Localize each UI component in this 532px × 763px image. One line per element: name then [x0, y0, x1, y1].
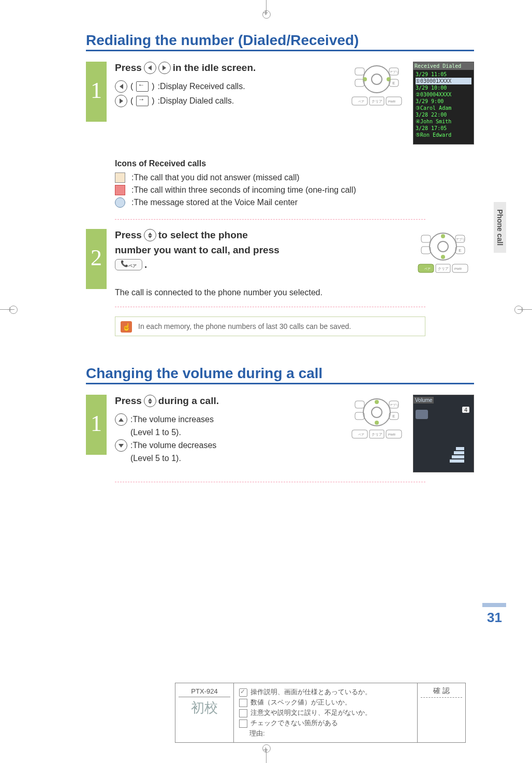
svg-point-18: [441, 234, 445, 238]
section-title-volume: Changing the volume during a call: [86, 365, 474, 384]
model-code: PTX-924: [179, 687, 230, 697]
screenshot-row: 3/29 10:00: [416, 84, 471, 91]
updown-key-icon: [144, 395, 156, 407]
step2-title-c: number you want to call, and press: [115, 244, 279, 256]
svg-text:クリア: クリア: [438, 267, 449, 270]
side-tab: Phone call: [494, 202, 506, 253]
keypad-diagram: クリア アプリ E PWR ペア: [412, 229, 474, 281]
svg-text:アプリ: アプリ: [390, 70, 399, 74]
keypad-diagram: クリア アプリ E PWR ペア: [346, 62, 408, 113]
right-desc: :Display Dialed calls.: [158, 96, 234, 106]
page-number-bar: [482, 603, 506, 607]
right-key-icon: [115, 95, 127, 107]
vol-title-a: Press: [115, 395, 142, 407]
check-item-4: チェックできない箇所がある: [250, 718, 338, 728]
volume-screenshot: Volume 4: [413, 395, 474, 472]
step-number: 1: [86, 395, 107, 455]
svg-point-34: [375, 400, 379, 404]
call-key-icon: 📞ペア: [115, 259, 142, 270]
section-title-redial: Redialing the number (Dialed/Received): [86, 32, 474, 51]
step-number: 2: [86, 229, 107, 289]
step2-title-b: to select the phone: [158, 229, 248, 241]
confirm-label: 確 認: [421, 686, 462, 698]
svg-point-33: [372, 407, 382, 418]
speaker-icon: [416, 410, 428, 419]
svg-text:クリア: クリア: [372, 99, 382, 103]
volume-step-1: 1 Press during a call. :The volume i: [86, 395, 474, 472]
step-number: 1: [86, 62, 107, 122]
step-2: 2 Press to select the phone number you w…: [86, 229, 474, 297]
updown-key-icon: [144, 229, 156, 241]
step2-result: The call is connected to the phone numbe…: [115, 288, 474, 297]
svg-text:アプリ: アプリ: [456, 237, 465, 241]
svg-text:ペア: ペア: [424, 267, 431, 270]
volume-label: Volume: [413, 397, 434, 404]
divider: [115, 482, 425, 482]
step1-title-a: Press: [115, 62, 142, 74]
checkbox-icon[interactable]: [239, 688, 247, 697]
voicemail-icon: [115, 197, 125, 208]
svg-point-19: [441, 255, 445, 259]
svg-text:PWR: PWR: [454, 267, 462, 270]
checkbox-icon[interactable]: [239, 709, 247, 717]
one-ring-icon: [115, 185, 125, 195]
vol-up-range: (Level 1 to 5).: [130, 428, 181, 437]
icon-desc-1: :The call that you did not answer (misse…: [131, 173, 300, 182]
screenshot-row: ②030004XXXX: [416, 91, 471, 98]
hint-text: In each memory, the phone numbers of las…: [138, 322, 351, 330]
svg-rect-20: [421, 235, 431, 242]
screenshot-row: ④John Smith: [416, 118, 471, 125]
hint-box: ☝ In each memory, the phone numbers of l…: [115, 316, 425, 336]
step2-title-line2: number you want to call, and press: [115, 244, 402, 256]
checkbox-icon[interactable]: [239, 699, 247, 707]
left-key-icon: [144, 62, 156, 74]
up-key-icon: [115, 413, 127, 426]
vol-down-desc: :The volume decreases: [130, 441, 216, 450]
svg-point-1: [372, 74, 382, 84]
left-desc: :Display Received calls.: [158, 82, 245, 91]
page-content: Phone call 31 Redialing the number (Dial…: [60, 32, 474, 482]
received-dialed-screenshot: Received Dialed 3/29 11:05 ①030001XXXX 3…: [413, 62, 474, 145]
step1-title: Press in the idle screen.: [115, 62, 335, 74]
svg-text:アプリ: アプリ: [390, 403, 399, 407]
proof-check-box: PTX-924 初校 操作説明、画面が仕様とあっているか。 数値（スペック値）が…: [175, 683, 466, 743]
right-key-icon: [158, 62, 171, 74]
screenshot-row: ③Carol Adam: [416, 105, 471, 111]
svg-point-2: [363, 77, 367, 81]
screenshot-row: 3/28 22:00: [416, 111, 471, 118]
step-1: 1 Press in the idle screen. () :Display …: [86, 62, 474, 210]
volume-level: 4: [462, 407, 469, 413]
icon-desc-2: :The call within three seconds of incomi…: [131, 185, 356, 195]
hint-icon: ☝: [121, 321, 132, 333]
screenshot-row: ⑤Ron Edward: [416, 132, 471, 138]
dialed-icon: [136, 96, 149, 106]
svg-point-0: [363, 66, 390, 93]
volume-bars: [450, 447, 464, 463]
reason-label: 理由:: [249, 729, 265, 738]
svg-text:クリア: クリア: [372, 433, 382, 436]
proof-stage: 初校: [179, 699, 230, 717]
screenshot-header: Received Dialed: [413, 62, 474, 70]
svg-point-35: [375, 421, 379, 425]
checkbox-icon[interactable]: [239, 719, 247, 728]
icons-header: Icons of Received calls: [115, 159, 474, 168]
divider: [115, 307, 425, 307]
svg-text:PWR: PWR: [388, 433, 396, 436]
step2-title-a: Press: [115, 229, 142, 241]
svg-rect-4: [355, 68, 364, 75]
check-item-2: 数値（スペック値）が正しいか。: [250, 698, 351, 707]
vol-title-b: during a call.: [158, 395, 219, 407]
svg-text:E: E: [392, 81, 395, 85]
step2-title: Press to select the phone: [115, 229, 402, 241]
icon-desc-3: :The message stored at the Voice Mail ce…: [131, 198, 298, 207]
left-key-icon: [115, 80, 127, 93]
svg-text:E: E: [392, 414, 395, 419]
screenshot-row: ①030001XXXX: [416, 78, 471, 84]
received-icon: [136, 81, 149, 92]
screenshot-row: 3/29 11:05: [416, 71, 471, 78]
divider: [115, 219, 425, 220]
svg-text:PWR: PWR: [388, 100, 396, 103]
svg-point-17: [438, 241, 448, 252]
svg-text:E: E: [459, 248, 461, 253]
vol-down-range: (Level 5 to 1).: [130, 454, 181, 463]
